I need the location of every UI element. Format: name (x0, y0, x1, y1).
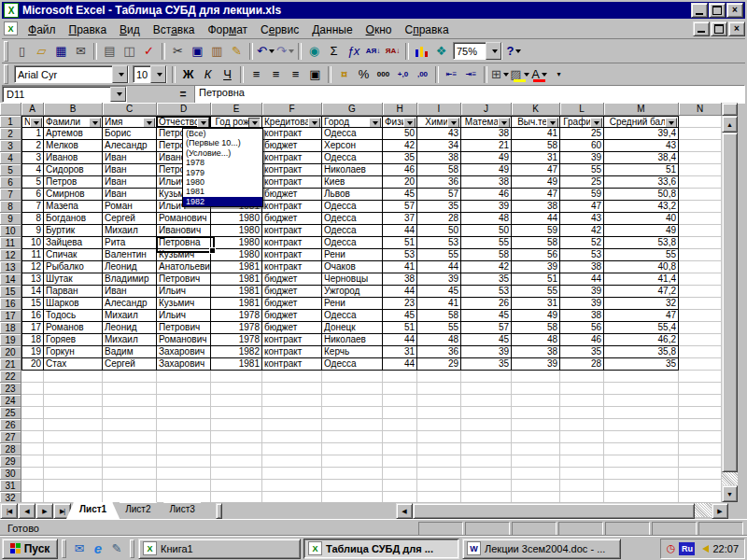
cell-C25[interactable] (103, 407, 157, 419)
filter-option[interactable]: 1979 (183, 168, 262, 177)
cell-B2[interactable]: Артемов (44, 128, 103, 140)
cell-G19[interactable]: Николаев (322, 334, 383, 346)
cell-K1[interactable]: Выч.те (512, 116, 560, 128)
formula-input[interactable]: Петровна (194, 85, 745, 104)
cell-I27[interactable] (417, 431, 461, 443)
cell-N3[interactable] (679, 140, 722, 152)
cell-M14[interactable]: 41,4 (604, 273, 679, 286)
cell-J1[interactable]: Матема (461, 116, 512, 128)
cell-I14[interactable]: 39 (417, 273, 461, 286)
cell-M10[interactable]: 49 (604, 225, 679, 237)
column-header-J[interactable]: J (461, 103, 512, 116)
cell-A23[interactable] (21, 383, 44, 395)
cell-F24[interactable] (262, 395, 322, 407)
cell-B5[interactable]: Сидоров (44, 164, 103, 176)
spelling-icon[interactable]: ✓ (139, 42, 159, 61)
row-header-15[interactable]: 15 (0, 286, 21, 298)
currency-icon[interactable]: ¤ (334, 65, 354, 84)
cell-F9[interactable]: бюджет (262, 213, 322, 225)
cell-L27[interactable] (560, 431, 604, 443)
cell-C31[interactable] (103, 480, 157, 492)
thousands-icon[interactable]: 000 (374, 65, 393, 84)
toolbar-grip[interactable] (4, 41, 8, 62)
cell-J8[interactable]: 39 (461, 201, 512, 213)
bold-icon[interactable]: Ж (178, 65, 198, 84)
cell-D16[interactable]: Кузьмич (157, 298, 211, 310)
cell-F2[interactable]: контракт (262, 128, 322, 140)
autofilter-button-G[interactable] (369, 118, 381, 128)
cell-L22[interactable] (560, 371, 604, 383)
cell-H17[interactable]: 45 (383, 310, 417, 322)
cell-F16[interactable]: бюджет (262, 298, 322, 310)
cell-B19[interactable]: Горяев (44, 334, 103, 346)
cell-K23[interactable] (512, 383, 560, 395)
cell-L23[interactable] (560, 383, 604, 395)
cell-M4[interactable]: 38,4 (604, 152, 679, 164)
cell-N25[interactable] (679, 407, 722, 419)
cell-D29[interactable] (157, 455, 211, 468)
cell-A4[interactable]: 3 (21, 152, 44, 164)
cell-N11[interactable] (679, 237, 722, 249)
cell-L8[interactable]: 47 (560, 201, 604, 213)
cell-B15[interactable]: Парван (44, 286, 103, 298)
cell-K13[interactable]: 39 (512, 261, 560, 273)
menu-tools[interactable]: Сервис (254, 21, 305, 38)
cell-D23[interactable] (157, 383, 211, 395)
row-header-21[interactable]: 21 (0, 358, 21, 371)
cell-N30[interactable] (679, 468, 722, 480)
cell-L32[interactable] (560, 492, 604, 502)
cell-M17[interactable]: 47 (604, 310, 679, 322)
new-document-icon[interactable]: ▯ (12, 42, 32, 61)
cell-J22[interactable] (461, 371, 512, 383)
cell-F29[interactable] (262, 455, 322, 468)
show-desktop-icon[interactable]: ✎ (108, 540, 125, 557)
cell-F18[interactable]: бюджет (262, 322, 322, 334)
cell-N5[interactable] (679, 164, 722, 176)
cell-A5[interactable]: 4 (21, 164, 44, 176)
menu-format[interactable]: Формат (201, 21, 254, 38)
cell-E28[interactable] (211, 443, 262, 455)
cell-N13[interactable] (679, 261, 722, 273)
cell-H27[interactable] (383, 431, 417, 443)
font-size-combo[interactable]: 10 (133, 65, 167, 83)
save-icon[interactable]: ▦ (51, 42, 71, 61)
cell-C11[interactable]: Рита (103, 237, 157, 249)
column-header-D[interactable]: D (157, 103, 211, 116)
cell-D21[interactable]: Захарович (157, 358, 211, 371)
font-name-combo[interactable]: Arial Cyr (14, 65, 129, 83)
cell-H14[interactable]: 38 (383, 273, 417, 286)
cell-H19[interactable]: 44 (383, 334, 417, 346)
cell-D25[interactable] (157, 407, 211, 419)
cell-K24[interactable] (512, 395, 560, 407)
cell-M7[interactable]: 50,8 (604, 189, 679, 201)
open-folder-icon[interactable]: ▱ (32, 42, 51, 61)
cell-K4[interactable]: 31 (512, 152, 560, 164)
cell-E19[interactable]: 1978 (211, 334, 262, 346)
cell-K6[interactable]: 49 (512, 176, 560, 189)
cell-K10[interactable]: 59 (512, 225, 560, 237)
format-painter-icon[interactable]: ✎ (227, 42, 247, 61)
insert-hyperlink-icon[interactable]: ◉ (304, 42, 324, 61)
cell-N21[interactable] (679, 358, 722, 371)
cell-C15[interactable]: Иван (103, 286, 157, 298)
column-header-E[interactable]: E (211, 103, 262, 116)
cell-M25[interactable] (604, 407, 679, 419)
cell-L5[interactable]: 55 (560, 164, 604, 176)
cell-M2[interactable]: 39,4 (604, 128, 679, 140)
increase-decimal-icon[interactable]: +,0 (393, 65, 413, 84)
cell-M13[interactable]: 40,8 (604, 261, 679, 273)
scroll-left-button[interactable]: ◀ (396, 503, 413, 519)
cell-N10[interactable] (679, 225, 722, 237)
cell-K2[interactable]: 41 (512, 128, 560, 140)
cell-A28[interactable] (21, 443, 44, 455)
cell-M21[interactable]: 35 (604, 358, 679, 371)
task-button[interactable]: XКнига1 (138, 539, 301, 559)
sheet-tab-Лист3[interactable]: Лист3 (156, 502, 207, 519)
row-header-22[interactable]: 22 (0, 371, 21, 383)
cell-C29[interactable] (103, 455, 157, 468)
cell-E14[interactable]: 1981 (211, 273, 262, 286)
row-header-31[interactable]: 31 (0, 480, 21, 492)
italic-icon[interactable]: К (198, 65, 218, 84)
cell-G21[interactable]: Одесса (322, 358, 383, 371)
cell-I25[interactable] (417, 407, 461, 419)
